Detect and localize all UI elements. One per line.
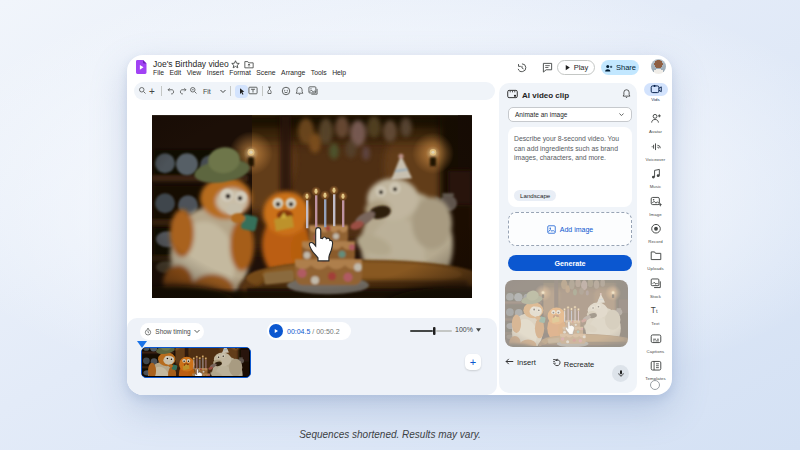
svg-text:T: T (650, 306, 655, 315)
svg-text:t: t (656, 308, 658, 314)
